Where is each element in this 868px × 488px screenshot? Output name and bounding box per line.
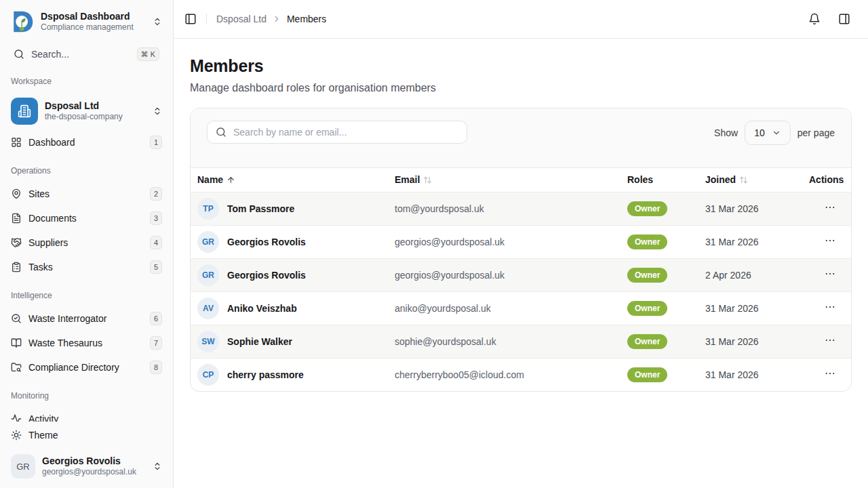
section-label: Intelligence <box>5 279 167 306</box>
user-menu[interactable]: GR Georgios Rovolis georgios@yourdsposal… <box>5 450 167 483</box>
file-text-icon <box>11 213 22 224</box>
avatar: TP <box>197 198 219 220</box>
user-name: Georgios Rovolis <box>42 455 146 467</box>
avatar: AV <box>197 298 219 319</box>
member-name: Sophie Walker <box>227 336 292 347</box>
shortcut-badge: 2 <box>150 187 162 201</box>
section-label: Operations <box>5 155 167 182</box>
app-switcher[interactable]: Dsposal Dashboard Compliance management <box>5 5 167 38</box>
sidebar-item-label: Sites <box>28 188 50 199</box>
role-badge: Owner <box>627 301 667 316</box>
sidebar-item-suppliers[interactable]: Suppliers4 <box>5 230 167 255</box>
chevrons-up-down-icon <box>153 462 162 471</box>
user-email: georgios@yourdsposal.uk <box>42 467 146 478</box>
table-row: CPcherry passmorecherryberryboo05@icloud… <box>191 358 851 391</box>
activity-icon <box>11 413 22 422</box>
sidebar-item-waste-thesaurus[interactable]: Waste Thesaurus7 <box>5 331 167 355</box>
shortcut-badge: 3 <box>150 211 162 225</box>
sidebar-item-dashboard[interactable]: Dashboard 1 <box>5 130 167 155</box>
app-tagline: Compliance management <box>41 22 146 33</box>
theme-toggle[interactable]: Theme <box>5 424 167 446</box>
row-actions-button[interactable] <box>824 301 836 313</box>
row-actions-button[interactable] <box>824 235 836 247</box>
member-name: cherry passmore <box>227 369 304 380</box>
table-row: GRGeorgios Rovolisgeorgios@yourdsposal.u… <box>191 258 851 291</box>
table-row: AVAniko Veiszhabaniko@yourdsposal.ukOwne… <box>191 291 851 325</box>
sidebar-item-label: Waste Thesaurus <box>28 338 102 348</box>
page-title: Members <box>190 56 852 76</box>
page-subtitle: Manage dashboard roles for organisation … <box>190 82 852 94</box>
column-header-email[interactable]: Email <box>387 168 619 192</box>
avatar: CP <box>197 364 219 386</box>
panel-right-icon[interactable] <box>838 13 850 25</box>
page-size-select[interactable]: 10 <box>745 121 791 145</box>
sidebar: Dsposal Dashboard Compliance management … <box>0 0 174 488</box>
column-header-name[interactable]: Name <box>191 168 387 192</box>
main-area: Dsposal Ltd Members Members Manage dashb… <box>174 0 868 488</box>
search-icon <box>14 49 24 60</box>
role-badge: Owner <box>627 235 667 249</box>
sidebar-item-tasks[interactable]: Tasks5 <box>5 255 167 279</box>
search-icon <box>216 127 226 138</box>
member-joined: 31 Mar 2026 <box>697 192 801 225</box>
sidebar-item-documents[interactable]: Documents3 <box>5 206 167 230</box>
panel-left-icon[interactable] <box>184 13 197 25</box>
page-size-value: 10 <box>754 127 765 138</box>
sort-icon <box>739 176 748 184</box>
workspace-name: Dsposal Ltd <box>45 100 146 112</box>
show-label: Show <box>714 127 738 138</box>
sun-icon <box>11 430 22 441</box>
avatar: SW <box>197 331 219 352</box>
sidebar-nav: Workspace Dsposal Ltd the-dsposal-compan… <box>0 65 173 422</box>
sidebar-sections: OperationsSites2Documents3Suppliers4Task… <box>5 155 167 422</box>
search-check-icon <box>11 313 22 324</box>
book-open-icon <box>11 338 22 348</box>
chevrons-up-down-icon <box>153 106 162 116</box>
member-email: aniko@yourdsposal.uk <box>387 291 619 325</box>
row-actions-button[interactable] <box>824 367 836 380</box>
sidebar-search[interactable]: Search... ⌘ K <box>8 43 165 65</box>
member-name: Georgios Rovolis <box>227 270 306 281</box>
role-badge: Owner <box>627 201 667 216</box>
sidebar-item-activity[interactable]: Activity <box>5 407 167 422</box>
members-search-input[interactable] <box>233 127 458 138</box>
row-actions-button[interactable] <box>824 334 836 346</box>
member-joined: 31 Mar 2026 <box>697 225 801 258</box>
row-actions-button[interactable] <box>824 201 836 214</box>
shortcut-badge: 1 <box>150 136 162 149</box>
sidebar-item-label: Documents <box>28 213 77 224</box>
column-header-joined[interactable]: Joined <box>697 168 801 192</box>
members-card: Show 10 per page Name <box>190 108 852 392</box>
map-pin-icon <box>11 188 22 199</box>
clipboard-list-icon <box>11 262 22 272</box>
breadcrumb: Dsposal Ltd Members <box>216 14 326 24</box>
sidebar-item-compliance-directory[interactable]: Compliance Directory8 <box>5 355 167 380</box>
row-actions-button[interactable] <box>824 268 836 280</box>
folder-search-icon <box>11 362 22 373</box>
member-joined: 31 Mar 2026 <box>697 291 801 325</box>
per-page-label: per page <box>797 127 835 138</box>
section-label: Monitoring <box>5 380 167 407</box>
role-badge: Owner <box>627 367 667 382</box>
workspace-slug: the-dsposal-company <box>45 112 146 123</box>
members-toolbar: Show 10 per page <box>191 108 851 168</box>
workspace-switcher[interactable]: Dsposal Ltd the-dsposal-company <box>5 92 167 130</box>
sidebar-item-label: Tasks <box>28 262 53 272</box>
divider <box>206 14 207 24</box>
breadcrumb-parent[interactable]: Dsposal Ltd <box>216 14 267 24</box>
search-shortcut-badge: ⌘ K <box>137 47 159 61</box>
sidebar-item-sites[interactable]: Sites2 <box>5 182 167 206</box>
role-badge: Owner <box>627 268 667 283</box>
sidebar-item-waste-interrogator[interactable]: Waste Interrogator6 <box>5 306 167 331</box>
table-row: SWSophie Walkersophie@yourdsposal.ukOwne… <box>191 325 851 358</box>
layout-grid-icon <box>11 137 22 148</box>
members-table: Name Email Roles Joined Actions <box>191 168 851 391</box>
shortcut-badge: 4 <box>150 236 162 249</box>
member-email: sophie@yourdsposal.uk <box>387 325 619 358</box>
app-title: Dsposal Dashboard <box>41 10 146 22</box>
member-name: Tom Passmore <box>227 203 294 214</box>
bell-icon[interactable] <box>808 13 821 25</box>
dsposal-logo-icon <box>11 10 34 33</box>
member-email: georgios@yourdsposal.uk <box>387 258 619 291</box>
table-header-row: Name Email Roles Joined Actions <box>191 168 851 192</box>
